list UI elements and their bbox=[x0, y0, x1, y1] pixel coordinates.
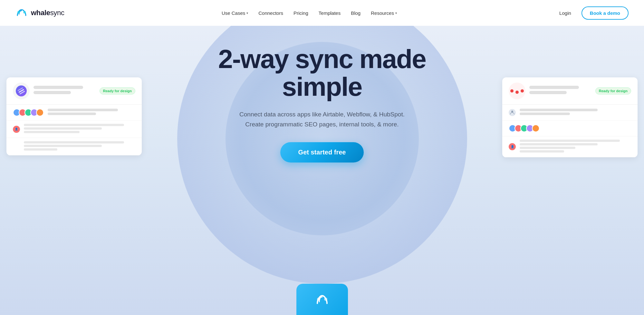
nav-item-use-cases[interactable]: Use Cases ▾ bbox=[218, 8, 252, 18]
left-card-header: Ready for design bbox=[6, 77, 142, 105]
right-people-row bbox=[502, 121, 638, 136]
whale-bottom-icon bbox=[314, 294, 330, 306]
avatar-row-text bbox=[48, 109, 135, 116]
card-line-1 bbox=[34, 86, 83, 89]
nav-item-blog[interactable]: Blog bbox=[347, 8, 364, 18]
nav-link-blog[interactable]: Blog bbox=[347, 8, 364, 18]
row-line bbox=[520, 143, 598, 145]
dot-bottom-left bbox=[515, 91, 519, 94]
left-card-lines bbox=[34, 86, 96, 96]
hero-title: 2-way sync made simple bbox=[177, 45, 467, 101]
left-app-icon bbox=[13, 83, 30, 99]
text-line bbox=[48, 109, 118, 111]
svg-point-1 bbox=[23, 11, 26, 14]
svg-point-4 bbox=[324, 298, 327, 301]
right-status-badge: Ready for design bbox=[595, 87, 631, 94]
right-avatar-row bbox=[502, 105, 638, 121]
right-avatar-row-text bbox=[520, 109, 631, 116]
left-app-card: Ready for design 👤 bbox=[6, 77, 142, 155]
row-line bbox=[24, 131, 80, 133]
hero-section: 2-way sync made simple Connect data acro… bbox=[0, 26, 644, 315]
notion-icon bbox=[16, 85, 27, 96]
row-line bbox=[24, 141, 124, 143]
book-demo-button[interactable]: Book a demo bbox=[582, 6, 629, 20]
nav-item-pricing[interactable]: Pricing bbox=[290, 8, 312, 18]
row-avatar: 👤 bbox=[509, 143, 516, 150]
svg-point-2 bbox=[511, 111, 513, 113]
get-started-button[interactable]: Get started free bbox=[280, 142, 364, 162]
right-app-icon bbox=[509, 83, 525, 99]
text-line bbox=[48, 113, 96, 115]
nav-item-templates[interactable]: Templates bbox=[315, 8, 344, 18]
right-card-lines bbox=[529, 86, 591, 96]
nav-item-connectors[interactable]: Connectors bbox=[255, 8, 287, 18]
nav-links: Use Cases ▾ Connectors Pricing Templates… bbox=[218, 8, 401, 18]
card-line-1 bbox=[529, 86, 579, 89]
left-row-2 bbox=[6, 138, 142, 155]
nav-actions: Login Book a demo bbox=[554, 6, 629, 20]
logo[interactable]: whalesync bbox=[15, 8, 64, 17]
row-avatar: 👤 bbox=[13, 126, 20, 133]
row-line bbox=[520, 150, 564, 153]
left-row-1: 👤 bbox=[6, 121, 142, 138]
card-line-2 bbox=[529, 91, 567, 94]
right-avatar-stack bbox=[509, 124, 540, 132]
card-line-2 bbox=[34, 91, 71, 94]
row-line bbox=[24, 127, 102, 130]
chevron-down-icon: ▾ bbox=[246, 11, 248, 15]
left-avatar-row bbox=[6, 105, 142, 121]
svg-point-0 bbox=[17, 11, 20, 14]
row-line bbox=[24, 124, 124, 126]
dot-bottom-right bbox=[521, 89, 524, 93]
chevron-down-icon: ▾ bbox=[395, 11, 397, 15]
text-line bbox=[520, 113, 570, 115]
row-lines bbox=[13, 141, 135, 152]
navbar: whalesync Use Cases ▾ Connectors Pricing… bbox=[0, 0, 644, 26]
bottom-logo-card bbox=[296, 284, 348, 315]
avatar-stack bbox=[13, 109, 44, 116]
nav-link-templates[interactable]: Templates bbox=[315, 8, 344, 18]
whale-logo-icon bbox=[15, 8, 28, 17]
row-line bbox=[520, 140, 620, 142]
svg-point-3 bbox=[317, 298, 320, 301]
row-lines bbox=[24, 124, 135, 134]
row-line bbox=[24, 145, 102, 147]
login-link[interactable]: Login bbox=[554, 8, 576, 18]
nav-item-resources[interactable]: Resources ▾ bbox=[367, 8, 401, 18]
left-status-badge: Ready for design bbox=[100, 87, 135, 94]
text-line bbox=[520, 109, 598, 111]
nav-link-use-cases[interactable]: Use Cases ▾ bbox=[218, 8, 252, 18]
row-line bbox=[520, 147, 575, 149]
avatar-5 bbox=[36, 109, 44, 116]
row-line bbox=[24, 148, 57, 151]
hero-subtitle: Connect data across apps like Airtable, … bbox=[177, 110, 467, 129]
three-dots-icon bbox=[510, 88, 524, 94]
logo-text: whalesync bbox=[31, 9, 64, 17]
nav-link-connectors[interactable]: Connectors bbox=[255, 8, 287, 18]
dot-top bbox=[510, 89, 514, 93]
right-app-card: Ready for design 👤 bbox=[502, 77, 638, 157]
right-row-1: 👤 bbox=[502, 136, 638, 157]
nav-link-resources[interactable]: Resources ▾ bbox=[367, 8, 401, 18]
person-icon bbox=[509, 109, 516, 116]
hero-content: 2-way sync made simple Connect data acro… bbox=[177, 45, 467, 162]
row-lines bbox=[520, 140, 631, 154]
nav-link-pricing[interactable]: Pricing bbox=[290, 8, 312, 18]
avatar-r5 bbox=[532, 124, 540, 132]
right-card-header: Ready for design bbox=[502, 77, 638, 105]
